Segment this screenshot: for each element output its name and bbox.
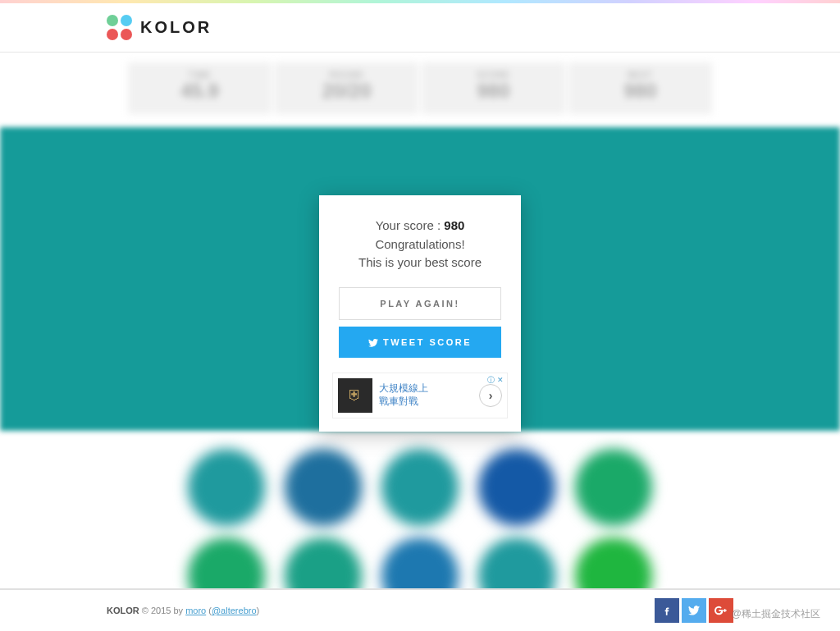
googleplus-share-button[interactable] <box>709 598 733 615</box>
stat-label: TIME <box>128 71 272 80</box>
footer-copyright: © 2015 by <box>139 606 185 615</box>
footer-credit: KOLOR © 2015 by moro (@alterebro) <box>107 606 259 615</box>
stat-time: TIME 45.9 <box>128 62 272 114</box>
brand-logo[interactable]: KOLOR <box>107 15 212 40</box>
brand-name: KOLOR <box>140 18 212 37</box>
facebook-share-button[interactable] <box>655 598 679 615</box>
stat-label: ROUND <box>275 71 418 80</box>
author-handle-link[interactable]: @alterebro <box>212 606 257 615</box>
facebook-icon <box>661 605 673 615</box>
stat-score: SCORE 980 <box>422 62 565 114</box>
score-prefix: Your score : <box>376 218 445 232</box>
stat-value: 980 <box>422 80 565 103</box>
game-over-modal: Your score : 980 Congratulations! This i… <box>319 195 521 432</box>
stats-row: TIME 45.9 ROUND 20/20 SCORE 980 BEST 980 <box>0 53 840 114</box>
ad-line1: 大規模線上 <box>379 382 428 394</box>
best-score-text: This is your best score <box>332 254 508 272</box>
twitter-icon <box>688 606 700 615</box>
color-choice[interactable] <box>478 449 555 526</box>
color-choice[interactable] <box>381 449 459 526</box>
chevron-right-icon[interactable]: › <box>479 384 502 407</box>
ad-thumbnail: ⛨ <box>338 378 372 413</box>
ad-info-icon[interactable]: ⓘ ✕ <box>487 375 504 386</box>
watermark: @稀土掘金技术社区 <box>732 607 820 615</box>
ad-line2: 戰車對戰 <box>379 396 418 407</box>
social-share <box>655 598 733 615</box>
footer-brand: KOLOR <box>107 606 139 615</box>
color-choice[interactable] <box>575 449 652 526</box>
tweet-score-button[interactable]: TWEET SCORE <box>339 327 501 358</box>
logo-dots-icon <box>107 15 132 40</box>
stat-value: 20/20 <box>275 80 418 103</box>
ad-banner[interactable]: ⓘ ✕ ⛨ 大規模線上 戰車對戰 › <box>332 373 508 418</box>
twitter-share-button[interactable] <box>682 598 706 615</box>
choices-row-1 <box>0 449 840 526</box>
header: KOLOR <box>0 3 840 53</box>
stat-value: 980 <box>568 80 712 103</box>
stat-round: ROUND 20/20 <box>275 62 418 114</box>
color-choice[interactable] <box>285 449 362 526</box>
stat-label: BEST <box>568 71 712 80</box>
author-link[interactable]: moro <box>185 606 206 615</box>
googleplus-icon <box>714 605 728 615</box>
congrats-text: Congratulations! <box>332 235 508 254</box>
stat-label: SCORE <box>422 71 565 80</box>
footer: KOLOR © 2015 by moro (@alterebro) <box>0 588 840 615</box>
play-again-button[interactable]: PLAY AGAIN! <box>339 287 501 320</box>
stat-best: BEST 980 <box>568 62 712 114</box>
score-line: Your score : 980 <box>332 217 508 235</box>
stat-value: 45.9 <box>128 80 272 103</box>
color-choice[interactable] <box>188 449 265 526</box>
score-value: 980 <box>444 218 464 232</box>
twitter-icon <box>368 339 378 347</box>
ad-text: 大規模線上 戰車對戰 <box>379 382 428 408</box>
tweet-label: TWEET SCORE <box>383 337 472 347</box>
